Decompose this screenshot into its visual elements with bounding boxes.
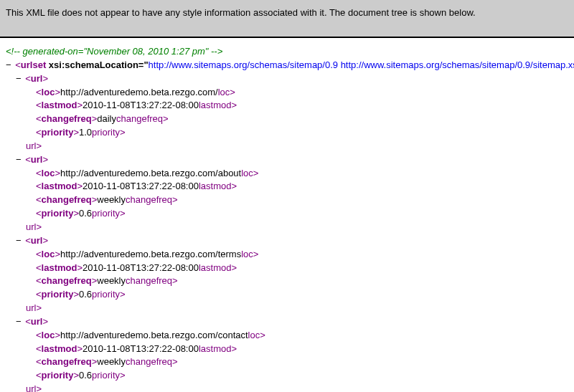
urlset-open: − <urlset xsi:schemaLocation="http://www… (3, 59, 571, 72)
collapse-toggle[interactable]: − (6, 59, 13, 70)
priority-value: 0.6 (79, 289, 92, 300)
schema-link[interactable]: http://www.sitemaps.org/schemas/sitemap/… (149, 59, 574, 70)
comment-open: <!-- (6, 46, 22, 57)
priority-value: 0.6 (79, 208, 92, 219)
changefreq-row: <changefreq>dailychangefreq> (3, 113, 571, 126)
collapse-toggle[interactable]: − (16, 154, 23, 165)
url-open-row: − <url> (3, 72, 571, 86)
loc-row: <loc>http://adventuredemo.beta.rezgo.com… (3, 167, 571, 181)
priority-value: 1.0 (79, 127, 92, 138)
loc-value: http://adventuredemo.beta.rezgo.com/term… (60, 249, 241, 259)
xml-tree: <!-- generated-on="November 08, 2010 1:2… (0, 45, 574, 392)
lastmod-value: 2010-11-08T13:27:22-08:00 (83, 343, 199, 354)
changefreq-value: weekly (97, 194, 126, 205)
urls-container: − <url><loc>http://adventuredemo.beta.re… (3, 72, 571, 392)
url-open-tag: <url> (25, 73, 48, 84)
loc-row: <loc>http://adventuredemo.beta.rezgo.com… (3, 86, 571, 100)
loc-value: http://adventuredemo.beta.rezgo.com/cont… (60, 330, 248, 340)
lastmod-row: <lastmod>2010-11-08T13:27:22-08:00lastmo… (3, 343, 571, 356)
loc-value: http://adventuredemo.beta.rezgo.com/abou… (60, 168, 241, 178)
lastmod-row: <lastmod>2010-11-08T13:27:22-08:00lastmo… (3, 262, 571, 275)
url-open-tag: <url> (25, 154, 48, 165)
banner-message: This XML file does not appear to have an… (6, 7, 476, 18)
url-open-row: − <url> (3, 153, 571, 167)
url-close-tag: url> (26, 221, 42, 232)
url-close-row: url> (3, 140, 571, 153)
changefreq-row: <changefreq>weeklychangefreq> (3, 193, 571, 207)
changefreq-value: daily (97, 113, 116, 124)
urlset-attr-pre: xsi:schemaLocation=" (46, 59, 148, 70)
priority-row: <priority>0.6priority> (3, 369, 571, 383)
changefreq-value: weekly (97, 356, 126, 367)
comment-close: --> (208, 46, 222, 57)
collapse-toggle[interactable]: − (16, 73, 23, 84)
lastmod-row: <lastmod>2010-11-08T13:27:22-08:00lastmo… (3, 99, 571, 113)
loc-value: http://adventuredemo.beta.rezgo.com/ (60, 87, 218, 97)
url-open-tag: <url> (25, 235, 48, 246)
priority-row: <priority>1.0priority> (3, 126, 571, 140)
url-open-tag: <url> (25, 316, 48, 327)
lastmod-value: 2010-11-08T13:27:22-08:00 (83, 100, 199, 110)
info-banner: This XML file does not appear to have an… (0, 0, 574, 38)
changefreq-row: <changefreq>weeklychangefreq> (3, 274, 571, 288)
url-close-tag: url> (26, 383, 42, 392)
url-close-row: url> (3, 302, 571, 315)
priority-row: <priority>0.6priority> (3, 207, 571, 221)
collapse-toggle[interactable]: − (16, 316, 23, 327)
lastmod-row: <lastmod>2010-11-08T13:27:22-08:00lastmo… (3, 180, 571, 193)
priority-row: <priority>0.6priority> (3, 288, 571, 302)
url-open-row: − <url> (3, 234, 571, 248)
collapse-toggle[interactable]: − (16, 235, 23, 246)
lastmod-value: 2010-11-08T13:27:22-08:00 (83, 181, 199, 191)
url-close-tag: url> (26, 302, 42, 313)
loc-row: <loc>http://adventuredemo.beta.rezgo.com… (3, 329, 571, 343)
url-close-row: url> (3, 221, 571, 234)
loc-row: <loc>http://adventuredemo.beta.rezgo.com… (3, 248, 571, 262)
urlset-tag-open: <urlset (15, 59, 46, 70)
url-open-row: − <url> (3, 315, 571, 329)
lastmod-value: 2010-11-08T13:27:22-08:00 (83, 262, 199, 273)
changefreq-row: <changefreq>weeklychangefreq> (3, 355, 571, 369)
changefreq-value: weekly (97, 275, 126, 286)
url-close-tag: url> (26, 140, 42, 151)
comment-body: generated-on="November 08, 2010 1:27 pm" (22, 46, 208, 57)
url-close-row: url> (3, 383, 571, 392)
priority-value: 0.6 (79, 370, 92, 381)
xml-comment: <!-- generated-on="November 08, 2010 1:2… (3, 45, 571, 59)
